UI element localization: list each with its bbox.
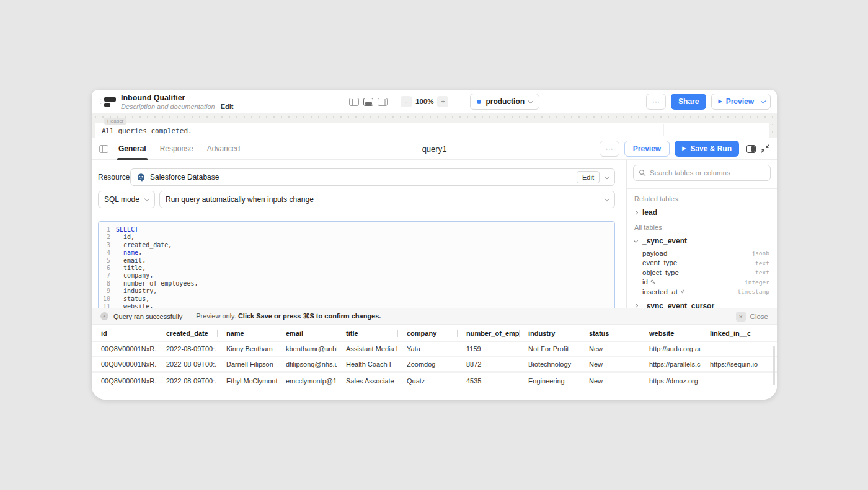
- chevron-down-icon: [634, 238, 638, 242]
- column-name: id: [642, 278, 656, 286]
- close-results-button[interactable]: × Close: [736, 312, 768, 322]
- code-text: title,: [116, 265, 146, 272]
- resource-edit-button[interactable]: Edit: [577, 171, 600, 183]
- code-line: 3 created_date,: [99, 242, 614, 249]
- column-header-website[interactable]: website: [640, 330, 701, 337]
- table-cell: 2022-08-09T00:...: [157, 377, 217, 385]
- table-cell: dfilipsonq@nhs.uk: [277, 361, 337, 368]
- schema-column-id[interactable]: idinteger: [634, 278, 769, 287]
- more-options-button[interactable]: ···: [646, 94, 666, 110]
- table-name: _sync_event_cursor: [642, 302, 714, 308]
- code-line: 2 id,: [99, 234, 614, 241]
- line-number: 9: [99, 287, 116, 295]
- query-preview-button[interactable]: Preview: [624, 141, 670, 157]
- related-table-lead[interactable]: lead: [634, 207, 769, 218]
- column-header-industry[interactable]: industry: [519, 330, 580, 337]
- environment-select[interactable]: production: [470, 94, 539, 110]
- tab-general[interactable]: General: [118, 138, 146, 160]
- collapse-panel-left-icon[interactable]: [99, 145, 108, 153]
- query-config-area: Resource Salesforce Database Edit SQL mo…: [92, 160, 626, 308]
- code-line: 6 title,: [99, 265, 614, 272]
- zoom-out-button[interactable]: -: [401, 96, 412, 107]
- editor-canvas[interactable]: Header All queries completed.: [92, 113, 777, 138]
- tab-response[interactable]: Response: [160, 138, 193, 160]
- tab-advanced[interactable]: Advanced: [207, 138, 240, 160]
- column-header-number-of-emp-[interactable]: number_of_emp...: [457, 330, 519, 337]
- code-text: industry,: [116, 287, 157, 295]
- schema-column-payload[interactable]: payloadjsonb: [634, 248, 769, 258]
- app-logo-icon: [104, 97, 116, 107]
- collapse-editor-icon[interactable]: [761, 144, 769, 153]
- sql-code-editor[interactable]: 1SELECT2 id,3 created_date,4 name,5 emai…: [98, 221, 615, 312]
- column-header-id[interactable]: id: [92, 330, 157, 337]
- environment-label: production: [485, 97, 525, 106]
- save-and-run-button[interactable]: ▶ Save & Run: [675, 141, 739, 157]
- preview-app-button[interactable]: ▶ Preview: [712, 94, 760, 109]
- toggle-right-panel-icon[interactable]: [378, 98, 388, 106]
- code-text: number_of_employees,: [116, 280, 198, 287]
- column-header-name[interactable]: name: [217, 330, 277, 337]
- query-mode-select[interactable]: SQL mode: [98, 191, 155, 208]
- edit-description-button[interactable]: Edit: [221, 103, 234, 110]
- code-text: email,: [116, 257, 146, 265]
- save-and-run-label: Save & Run: [690, 144, 732, 153]
- code-line: 4 name,: [99, 249, 614, 256]
- preview-dropdown-button[interactable]: [760, 94, 770, 109]
- schema-table-_sync_event[interactable]: _sync_event: [634, 235, 769, 247]
- run-behavior-value: Run query automatically when inputs chan…: [166, 195, 314, 204]
- resource-select[interactable]: Salesforce Database Edit: [130, 168, 615, 186]
- toggle-left-panel-icon[interactable]: [349, 98, 359, 106]
- line-number: 8: [99, 280, 116, 287]
- results-table: idcreated_datenameemailtitlecompanynumbe…: [92, 325, 777, 388]
- header-component-text: All queries completed.: [102, 127, 192, 135]
- column-header-title[interactable]: title: [337, 330, 397, 337]
- chevron-down-icon: [604, 196, 609, 201]
- table-cell: 8872: [457, 361, 519, 368]
- schema-table-_sync_event_cursor[interactable]: _sync_event_cursor: [634, 300, 769, 308]
- code-line: 7 company,: [99, 272, 614, 279]
- column-header-status[interactable]: status: [580, 330, 640, 337]
- line-number: 6: [99, 265, 116, 272]
- drag-handle-icon[interactable]: ⋮⋮: [98, 100, 103, 103]
- table-cell: Quatz: [397, 377, 457, 385]
- column-header-company[interactable]: company: [397, 330, 457, 337]
- column-type: timestamp: [738, 288, 769, 295]
- schema-column-object_type[interactable]: object_typetext: [634, 268, 769, 278]
- results-panel: ✓ Query ran successfully Preview only. C…: [92, 308, 777, 400]
- header-component[interactable]: Header All queries completed.: [95, 123, 769, 138]
- schema-search-box: [633, 165, 771, 181]
- app-window: ⋮⋮ Inbound Qualifier Description and doc…: [92, 90, 777, 400]
- query-mode-value: SQL mode: [104, 195, 140, 204]
- table-row[interactable]: 00Q8V00001NxR...2022-08-09T00:...Ethyl M…: [92, 373, 777, 388]
- toggle-schema-panel-icon[interactable]: [746, 145, 756, 153]
- table-cell: 00Q8V00001NxR...: [92, 377, 157, 385]
- schema-sidebar: Related tables lead All tables _sync_eve…: [626, 160, 777, 308]
- key-icon: [650, 279, 656, 285]
- query-more-options-button[interactable]: ···: [600, 141, 619, 157]
- code-text: name,: [116, 249, 142, 256]
- zoom-in-button[interactable]: +: [437, 96, 448, 107]
- column-header-email[interactable]: email: [277, 330, 337, 337]
- table-cell: Not For Profit: [519, 345, 580, 352]
- table-row[interactable]: 00Q8V00001NxR...2022-08-09T00:...Darnell…: [92, 357, 777, 373]
- schema-column-event_type[interactable]: event_typetext: [634, 258, 769, 268]
- related-tables-label: Related tables: [634, 195, 769, 203]
- results-scrollbar[interactable]: [773, 346, 775, 385]
- column-header-created-date[interactable]: created_date: [157, 330, 217, 337]
- run-behavior-select[interactable]: Run query automatically when inputs chan…: [159, 191, 615, 208]
- schema-search-input[interactable]: [650, 169, 765, 177]
- column-type: jsonb: [751, 250, 769, 256]
- toggle-bottom-panel-icon[interactable]: [363, 98, 373, 106]
- chevron-right-icon: [634, 210, 638, 214]
- share-button[interactable]: Share: [671, 94, 706, 110]
- schema-column-inserted_at[interactable]: inserted_attimestamp: [634, 287, 769, 297]
- component-tag: Header: [104, 118, 126, 125]
- table-row[interactable]: 00Q8V00001NxR...2022-08-09T00:...Kinny B…: [92, 342, 777, 357]
- column-header-linked-in-c[interactable]: linked_in__c: [701, 330, 761, 337]
- app-title: Inbound Qualifier: [121, 94, 234, 102]
- table-cell: Yata: [397, 345, 457, 352]
- table-cell: 1159: [457, 345, 519, 352]
- success-check-icon: ✓: [100, 312, 108, 320]
- line-number: 7: [99, 272, 116, 279]
- app-subtitle: Description and documentation: [121, 103, 215, 110]
